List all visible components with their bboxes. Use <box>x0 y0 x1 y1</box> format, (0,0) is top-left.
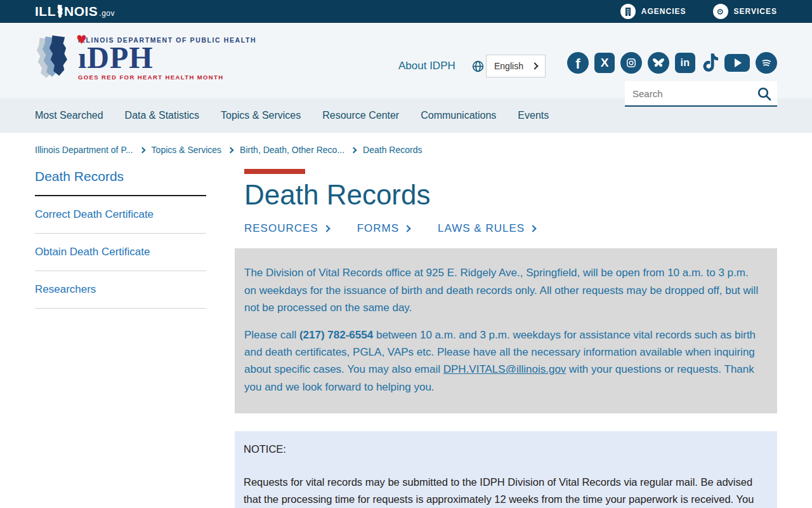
logo-text-ill: ILL <box>35 4 56 19</box>
heart-icon: ♥ <box>76 34 87 45</box>
sidebar-item-obtain-death-certificate[interactable]: Obtain Death Certificate <box>35 234 206 271</box>
breadcrumb-birth-death-records[interactable]: Birth, Death, Other Reco... <box>240 145 344 155</box>
notice-title: NOTICE: <box>244 441 768 458</box>
breadcrumb-home[interactable]: Illinois Department of P... <box>35 145 133 155</box>
about-idph-link[interactable]: About IDPH <box>398 60 455 72</box>
illinois-gov-logo[interactable]: ILL NOIS .gov <box>35 4 115 19</box>
content-area: Death Records Correct Death Certificate … <box>0 155 812 508</box>
bluesky-icon <box>652 57 665 69</box>
services-label: SERVICES <box>734 7 777 16</box>
topbar-actions: AGENCIES ⚙ SERVICES <box>620 4 777 19</box>
info-paragraph-1: The Division of Vital Records office at … <box>244 264 763 316</box>
facebook-link[interactable]: f <box>567 52 589 74</box>
search-box <box>625 81 777 107</box>
chevron-right-icon <box>228 147 234 154</box>
social-links: f X in <box>567 52 777 74</box>
chevron-right-icon <box>323 225 330 232</box>
info-paragraph-2: Please call (217) 782-6554 between 10 a.… <box>244 326 763 396</box>
services-button[interactable]: ⚙ SERVICES <box>713 4 777 19</box>
instagram-link[interactable] <box>620 52 642 74</box>
tiktok-link[interactable] <box>701 53 719 73</box>
idph-logo-acronym: ♥ıDPH <box>78 44 256 72</box>
nav-item-events[interactable]: Events <box>518 110 549 121</box>
logo-text-nois: NOIS <box>64 4 98 19</box>
page: ILL NOIS .gov AGENCIES ⚙ SERVICES <box>0 0 812 508</box>
sidebar-item-death-records[interactable]: Death Records <box>35 169 206 196</box>
facebook-icon: f <box>575 56 580 72</box>
bluesky-link[interactable] <box>648 52 669 74</box>
x-icon: X <box>601 56 609 70</box>
chevron-right-icon <box>351 147 357 154</box>
breadcrumb-topics-services[interactable]: Topics & Services <box>152 145 221 155</box>
tiktok-icon <box>701 53 719 73</box>
x-twitter-link[interactable]: X <box>594 53 615 73</box>
gears-icon: ⚙ <box>713 4 728 19</box>
chevron-right-icon <box>529 225 536 232</box>
linkedin-icon: in <box>680 57 690 69</box>
youtube-icon <box>735 58 742 67</box>
title-accent-bar <box>244 169 305 174</box>
chevron-right-icon <box>531 62 538 69</box>
idph-logo[interactable]: Illinois Department of Public Health ♥ıD… <box>35 34 256 83</box>
instagram-icon <box>625 57 638 69</box>
notice-body: Requests for vital records may be submit… <box>244 474 768 508</box>
nav-item-data-statistics[interactable]: Data & Statistics <box>125 110 199 121</box>
language-label: English <box>494 61 523 71</box>
sidebar-item-researchers[interactable]: Researchers <box>35 271 206 309</box>
laws-rules-link[interactable]: LAWS & RULES <box>438 222 535 235</box>
government-topbar: ILL NOIS .gov AGENCIES ⚙ SERVICES <box>0 0 812 23</box>
search-input[interactable] <box>625 81 777 107</box>
agencies-label: AGENCIES <box>641 7 686 16</box>
illinois-state-icon <box>56 4 63 18</box>
nav-item-communications[interactable]: Communications <box>421 110 496 121</box>
language-selector[interactable]: English <box>486 55 546 77</box>
vital-records-info-box: The Division of Vital Records office at … <box>235 248 777 413</box>
resources-link[interactable]: RESOURCES <box>244 222 329 235</box>
page-title: Death Records <box>244 180 777 210</box>
notice-box: NOTICE: Requests for vital records may b… <box>235 431 777 508</box>
idph-logo-tagline: Goes Red for Heart Health Month <box>78 74 256 81</box>
search-icon <box>757 86 772 102</box>
building-icon <box>620 4 636 19</box>
info-p2-before: Please call <box>244 329 299 341</box>
chevron-right-icon <box>139 147 145 154</box>
nav-item-resource-center[interactable]: Resource Center <box>322 110 399 121</box>
spotify-icon <box>759 56 773 70</box>
globe-icon <box>472 60 484 75</box>
idph-state-mark-icon <box>35 34 74 83</box>
forms-link[interactable]: FORMS <box>357 222 410 235</box>
idph-logo-text: Illinois Department of Public Health ♥ıD… <box>78 36 256 80</box>
phone-number: (217) 782-6554 <box>299 329 373 341</box>
sidebar: Death Records Correct Death Certificate … <box>35 169 206 508</box>
logo-text-gov: .gov <box>99 9 115 18</box>
sidebar-item-correct-death-certificate[interactable]: Correct Death Certificate <box>35 196 206 234</box>
youtube-link[interactable] <box>724 54 750 72</box>
nav-item-most-searched[interactable]: Most Searched <box>35 110 103 121</box>
spotify-link[interactable] <box>756 52 777 74</box>
breadcrumb: Illinois Department of P... Topics & Ser… <box>0 133 812 155</box>
section-links: RESOURCES FORMS LAWS & RULES <box>244 222 777 235</box>
nav-item-topics-services[interactable]: Topics & Services <box>221 110 301 121</box>
site-header: Illinois Department of Public Health ♥ıD… <box>0 23 812 98</box>
main-column: Death Records RESOURCES FORMS LAWS & RUL… <box>235 169 777 508</box>
agencies-button[interactable]: AGENCIES <box>620 4 686 19</box>
email-link[interactable]: DPH.VITALS@illinois.gov <box>443 363 566 375</box>
breadcrumb-current-page: Death Records <box>363 145 422 155</box>
chevron-right-icon <box>403 225 410 232</box>
linkedin-link[interactable]: in <box>675 53 695 73</box>
search-button[interactable] <box>757 86 772 104</box>
